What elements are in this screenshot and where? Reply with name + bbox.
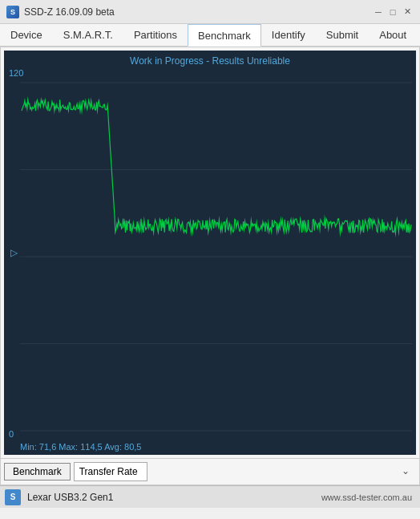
chart-type-dropdown[interactable]: Transfer Rate Access Time Random Read Ra…: [74, 462, 147, 481]
status-bar: S Lexar USB3.2 Gen1 www.ssd-tester.com.a…: [0, 485, 420, 508]
y-axis-min: 0: [9, 429, 14, 439]
menu-item-about[interactable]: About: [369, 24, 417, 46]
benchmark-chart: [4, 51, 416, 455]
y-axis-max: 120: [9, 68, 23, 78]
close-button[interactable]: ✕: [401, 6, 414, 18]
dropdown-wrapper: Transfer Rate Access Time Random Read Ra…: [74, 462, 416, 481]
benchmark-button[interactable]: Benchmark: [4, 463, 71, 480]
menu-bar: Device S.M.A.R.T. Partitions Benchmark I…: [0, 24, 420, 47]
title-bar: S SSD-Z 16.09.09 beta ─ □ ✕: [0, 0, 420, 24]
chart-area: Work in Progress - Results Unreliable 12…: [4, 51, 416, 455]
bottom-toolbar: Benchmark Transfer Rate Access Time Rand…: [1, 458, 419, 485]
menu-item-submit[interactable]: Submit: [316, 24, 369, 46]
menu-item-device[interactable]: Device: [0, 24, 53, 46]
minimize-button[interactable]: ─: [372, 6, 385, 18]
chart-stats: Min: 71,6 Max: 114,5 Avg: 80,5: [20, 442, 141, 452]
window-title: SSD-Z 16.09.09 beta: [24, 6, 115, 18]
title-left: S SSD-Z 16.09.09 beta: [6, 6, 115, 18]
y-axis-arrow: ▷: [10, 247, 18, 258]
website-url: www.ssd-tester.com.au: [321, 493, 412, 502]
menu-item-smart[interactable]: S.M.A.R.T.: [53, 24, 123, 46]
chart-title: Work in Progress - Results Unreliable: [4, 55, 416, 67]
main-content: Work in Progress - Results Unreliable 12…: [0, 47, 420, 485]
menu-item-partitions[interactable]: Partitions: [123, 24, 188, 46]
drive-name: Lexar USB3.2 Gen1: [27, 492, 315, 503]
drive-icon: S: [5, 489, 21, 505]
maximize-button[interactable]: □: [386, 6, 399, 18]
menu-item-identify[interactable]: Identify: [261, 24, 316, 46]
window-controls: ─ □ ✕: [372, 6, 414, 18]
app-icon: S: [6, 6, 19, 18]
menu-item-benchmark[interactable]: Benchmark: [188, 24, 261, 47]
